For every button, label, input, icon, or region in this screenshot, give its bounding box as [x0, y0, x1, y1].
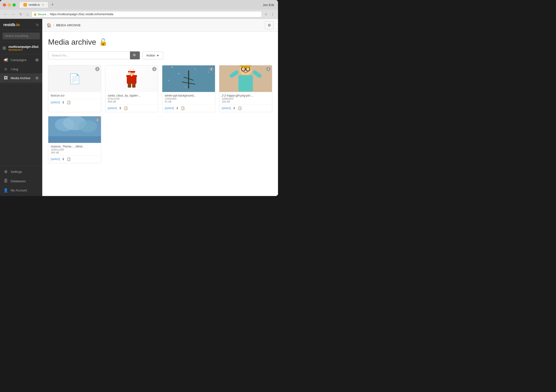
- media-card-3: ℹ winter-ppt-background... 1200x900 41 k…: [162, 65, 215, 112]
- database-icon: ⊞: [2, 45, 6, 51]
- settings-icon: ⚙: [3, 169, 8, 174]
- svg-point-5: [131, 69, 133, 71]
- media-actions-3: [select] ⬇ 📋: [162, 105, 215, 112]
- address-bar[interactable]: 🔒 Secure | https://multicampaign-20a1.re…: [31, 11, 262, 17]
- breadcrumb-separator: /: [53, 23, 54, 27]
- media-size-2: 469 kB: [108, 100, 155, 103]
- main-content: 🏠 / MEDIA ARCHIVE ⚙ Media archive 🔓 🔍: [42, 19, 278, 196]
- info-badge-3[interactable]: ℹ: [209, 67, 214, 71]
- home-button[interactable]: ⌂: [25, 11, 30, 17]
- sidebar-item-campaigns[interactable]: 📢 Campaigns 2: [0, 55, 42, 65]
- sidebar-refresh-icon[interactable]: ↻: [36, 23, 39, 27]
- santa-illustration: [122, 68, 141, 90]
- select-link-4[interactable]: [select]: [222, 106, 231, 110]
- svg-point-19: [168, 80, 169, 81]
- media-search-input[interactable]: [48, 51, 140, 59]
- info-badge-1[interactable]: ℹ: [95, 67, 100, 71]
- browser-tab[interactable]: r restdb.io ✕: [19, 2, 48, 8]
- download-icon-4[interactable]: ⬇: [233, 106, 236, 110]
- media-size-3: 41 kB: [165, 100, 213, 103]
- campaigns-icon: 📢: [3, 58, 8, 62]
- media-info-5: Autumn_Theme_-_Wind... 1600x1200 366 kB: [48, 143, 101, 155]
- search-input[interactable]: [2, 33, 40, 39]
- copy-icon-5[interactable]: 📋: [67, 157, 71, 161]
- settings-gear-button[interactable]: ⚙: [265, 21, 274, 29]
- select-link-3[interactable]: [select]: [165, 106, 174, 110]
- minimize-button[interactable]: [8, 3, 11, 7]
- media-search-button[interactable]: 🔍: [130, 51, 140, 59]
- download-icon-5[interactable]: ⬇: [62, 157, 65, 161]
- forward-button[interactable]: →: [10, 11, 16, 17]
- media-card-2: ℹ santa_claus_by_rippler-... 670x1109 46…: [105, 65, 158, 112]
- breadcrumb-current-page: MEDIA ARCHIVE: [56, 24, 81, 27]
- media-actions-2: [select] ⬇ 📋: [105, 105, 158, 112]
- nav-label-settings: Settings: [11, 170, 39, 173]
- copy-icon-1[interactable]: 📋: [67, 100, 71, 104]
- sidebar: restdb.io ↻ ⊞ multicampaign-20a1 develop…: [0, 19, 42, 196]
- campaigns-badge: 2: [35, 58, 39, 61]
- breadcrumb-home-icon[interactable]: 🏠: [46, 23, 51, 28]
- bookmark-button[interactable]: ☆: [263, 12, 269, 17]
- file-icon: 📄: [69, 73, 81, 84]
- media-info-3: winter-ppt-background... 1200x900 41 kB: [162, 92, 215, 105]
- account-icon: 👤: [3, 188, 8, 193]
- media-filename-3: winter-ppt-background...: [165, 94, 213, 97]
- sidebar-bottom: ⚙ Settings 🗄 Databases 👤 My Account: [0, 166, 42, 196]
- sidebar-item-media-archive[interactable]: 🖼 Media Archive 5: [0, 73, 42, 83]
- maximize-button[interactable]: [13, 3, 16, 7]
- info-badge-4[interactable]: ℹ: [266, 67, 270, 71]
- back-button[interactable]: ←: [2, 11, 9, 17]
- new-tab-button[interactable]: +: [49, 2, 56, 8]
- media-info-4: 2-2-happy-girl-png-pic-... 1008x824 156 …: [219, 92, 272, 105]
- search-action-row: 🔍 Action ▼: [48, 51, 272, 59]
- media-filename-4: 2-2-happy-girl-png-pic-...: [222, 94, 270, 97]
- media-actions-4: [select] ⬇ 📋: [219, 105, 272, 112]
- nav-label-databases: Databases: [11, 179, 39, 183]
- select-link-5[interactable]: [select]: [51, 157, 60, 161]
- svg-point-21: [185, 87, 186, 87]
- media-thumb-2: ℹ: [105, 65, 158, 92]
- reload-button[interactable]: ↻: [18, 11, 24, 17]
- download-icon-2[interactable]: ⬇: [119, 106, 122, 110]
- svg-point-15: [172, 67, 173, 68]
- url-text: https://multicampaign-20a1.restdb.io/hom…: [50, 13, 113, 16]
- media-archive-badge: 5: [35, 76, 39, 80]
- extensions-button[interactable]: ⋮: [270, 12, 276, 17]
- action-dropdown-button[interactable]: Action ▼: [142, 51, 163, 59]
- address-divider: |: [47, 13, 48, 16]
- browser-user-name: Jon Erik: [263, 3, 274, 7]
- download-icon-3[interactable]: ⬇: [176, 106, 179, 110]
- browser-toolbar: ← → ↻ ⌂ 🔒 Secure | https://multicampaign…: [0, 10, 278, 19]
- action-button-label: Action: [146, 53, 155, 57]
- svg-point-34: [78, 121, 97, 132]
- copy-icon-3[interactable]: 📋: [181, 106, 185, 110]
- svg-point-20: [195, 68, 196, 69]
- copy-icon-4[interactable]: 📋: [238, 106, 242, 110]
- sidebar-item-slug[interactable]: ⊙ /:slug: [0, 65, 42, 73]
- logo-text: restdb.io: [3, 23, 20, 27]
- media-thumb-3: ℹ: [162, 65, 215, 92]
- copy-icon-2[interactable]: 📋: [124, 106, 128, 110]
- media-dimensions-3: 1200x900: [165, 97, 213, 100]
- select-link-2[interactable]: [select]: [108, 106, 117, 110]
- db-section: ⊞ multicampaign-20a1 development: [0, 42, 42, 54]
- svg-rect-24: [238, 75, 253, 91]
- sidebar-item-my-account[interactable]: 👤 My Account: [0, 186, 42, 195]
- db-info: multicampaign-20a1 development: [8, 45, 39, 51]
- tab-label: restdb.io: [29, 3, 40, 7]
- db-env: development: [8, 49, 39, 51]
- select-link-1[interactable]: [select]: [51, 101, 60, 104]
- sidebar-item-databases[interactable]: 🗄 Databases: [0, 176, 42, 186]
- media-dimensions-5: 1600x1200: [51, 148, 99, 151]
- svg-point-9: [129, 71, 131, 74]
- info-badge-5[interactable]: ℹ: [95, 118, 100, 122]
- download-icon-1[interactable]: ⬇: [62, 100, 65, 104]
- app-layout: restdb.io ↻ ⊞ multicampaign-20a1 develop…: [0, 19, 278, 196]
- tab-close-icon[interactable]: ✕: [42, 3, 44, 7]
- info-badge-2[interactable]: ℹ: [152, 67, 156, 71]
- nav-section: 📢 Campaigns 2 ⊙ /:slug 🖼 Media Archive 5: [0, 54, 42, 84]
- svg-point-8: [131, 75, 132, 76]
- media-info-2: santa_claus_by_rippler-... 670x1109 469 …: [105, 92, 158, 105]
- sidebar-item-settings[interactable]: ⚙ Settings: [0, 167, 42, 176]
- close-button[interactable]: [3, 3, 6, 7]
